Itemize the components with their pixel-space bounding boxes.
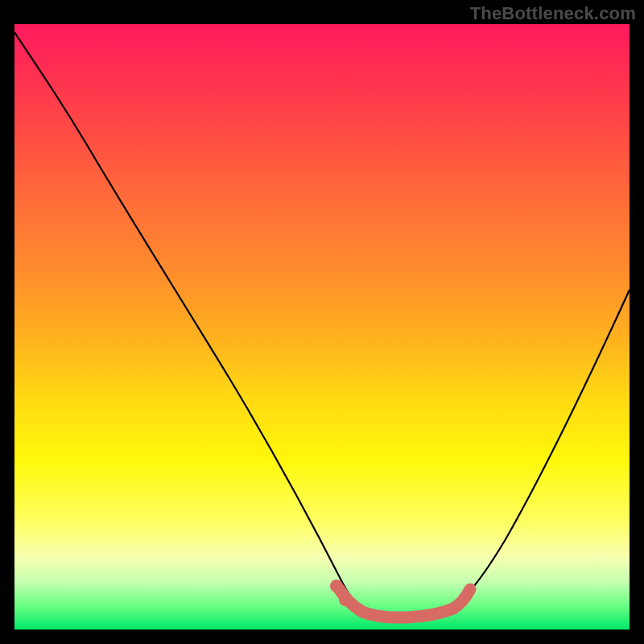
watermark-text: TheBottleneck.com bbox=[470, 3, 636, 24]
highlight-dot-2 bbox=[339, 593, 352, 606]
stage: TheBottleneck.com bbox=[0, 0, 644, 644]
gradient-plot-area bbox=[14, 24, 630, 630]
bottleneck-curve bbox=[14, 32, 630, 618]
trough-highlight bbox=[338, 588, 470, 617]
curve-svg bbox=[14, 24, 630, 630]
highlight-dot-1 bbox=[330, 580, 343, 592]
